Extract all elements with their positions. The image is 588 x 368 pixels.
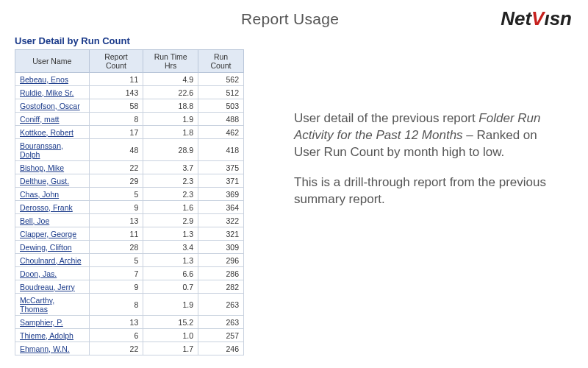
cell-report-count: 11: [89, 227, 143, 241]
user-link[interactable]: Thieme, Adolph: [20, 331, 74, 340]
table-row: Clapper, George111.3321: [15, 227, 244, 241]
table-row: Ruldie, Mike Sr.14322.6512: [15, 86, 244, 99]
cell-user-name: Bell, Joe: [15, 214, 90, 227]
cell-report-count: 58: [89, 99, 143, 113]
cell-run-time: 1.7: [143, 342, 198, 355]
cell-report-count: 9: [89, 280, 143, 294]
user-link[interactable]: Doon, Jas.: [20, 269, 57, 278]
table-row: McCarthy, Thomas81.9263: [15, 294, 244, 316]
cell-user-name: Derosso, Frank: [15, 201, 90, 214]
cell-run-time: 1.3: [143, 254, 198, 267]
user-link[interactable]: Boudreau, Jerry: [20, 283, 75, 291]
cell-run-count: 488: [198, 113, 244, 126]
cell-report-count: 143: [89, 86, 143, 99]
cell-run-count: 364: [198, 201, 244, 214]
cell-run-count: 371: [198, 174, 244, 188]
table-row: Bell, Joe132.9322: [15, 214, 244, 227]
cell-run-time: 2.3: [143, 174, 198, 188]
cell-run-time: 28.9: [143, 139, 198, 161]
user-link[interactable]: Bell, Joe: [20, 216, 49, 225]
user-detail-table: User Name Report Count Run Time Hrs Run …: [15, 49, 244, 355]
cell-run-count: 263: [198, 294, 244, 316]
user-link[interactable]: Bebeau, Enos: [20, 75, 68, 84]
cell-run-count: 418: [198, 139, 244, 161]
cell-user-name: Bishop, Mike: [15, 161, 90, 174]
table-row: Kottkoe, Robert171.8462: [15, 126, 244, 139]
user-link[interactable]: Clapper, George: [20, 230, 76, 238]
table-row: Thieme, Adolph61.0257: [15, 329, 244, 342]
desc-p1-prefix: User detail of the previous report: [294, 111, 478, 125]
user-link[interactable]: Dewing, Clifton: [20, 243, 72, 252]
report-panel: User Detail by Run Count User Name Repor…: [15, 35, 250, 355]
cell-run-time: 22.6: [143, 86, 198, 99]
user-link[interactable]: Ruldie, Mike Sr.: [20, 88, 74, 97]
table-row: Delthue, Gust.292.3371: [15, 174, 244, 188]
cell-run-count: 286: [198, 267, 244, 280]
cell-run-time: 1.3: [143, 227, 198, 241]
user-link[interactable]: Samphier, P.: [20, 318, 63, 327]
cell-run-time: 1.0: [143, 329, 198, 342]
cell-run-time: 1.9: [143, 294, 198, 316]
cell-user-name: Samphier, P.: [15, 316, 90, 329]
cell-run-time: 1.6: [143, 201, 198, 214]
table-row: Gostofson, Oscar5818.8503: [15, 99, 244, 113]
table-row: Samphier, P.1315.2263: [15, 316, 244, 329]
cell-run-time: 6.6: [143, 267, 198, 280]
user-link[interactable]: Derosso, Frank: [20, 203, 73, 212]
cell-run-count: 263: [198, 316, 244, 329]
user-link[interactable]: McCarthy, Thomas: [20, 296, 54, 314]
cell-user-name: Delthue, Gust.: [15, 174, 90, 188]
logo: NetVısn: [501, 7, 572, 30]
cell-run-count: 246: [198, 342, 244, 355]
cell-report-count: 5: [89, 188, 143, 201]
cell-user-name: Doon, Jas.: [15, 267, 90, 280]
cell-user-name: Choulnard, Archie: [15, 254, 90, 267]
cell-run-time: 1.8: [143, 126, 198, 139]
cell-run-time: 18.8: [143, 99, 198, 113]
table-row: Doon, Jas.76.6286: [15, 267, 244, 280]
cell-report-count: 9: [89, 201, 143, 214]
cell-run-time: 2.3: [143, 188, 198, 201]
user-link[interactable]: Coniff, matt: [20, 115, 60, 124]
cell-run-count: 322: [198, 214, 244, 227]
cell-run-time: 1.9: [143, 113, 198, 126]
cell-run-count: 257: [198, 329, 244, 342]
table-row: Ehmann, W.N.221.7246: [15, 342, 244, 355]
user-link[interactable]: Ehmann, W.N.: [20, 344, 70, 353]
user-link[interactable]: Bouranssan, Dolph: [20, 141, 63, 159]
cell-report-count: 11: [89, 73, 143, 86]
user-link[interactable]: Chas, John: [20, 190, 59, 199]
cell-run-time: 2.9: [143, 214, 198, 227]
cell-report-count: 13: [89, 214, 143, 227]
cell-run-count: 462: [198, 126, 244, 139]
logo-part3: ısn: [544, 7, 572, 29]
cell-run-time: 4.9: [143, 73, 198, 86]
col-report-count: Report Count: [89, 50, 143, 73]
user-link[interactable]: Delthue, Gust.: [20, 177, 69, 185]
cell-user-name: Dewing, Clifton: [15, 241, 90, 254]
user-link[interactable]: Kottkoe, Robert: [20, 128, 74, 137]
table-row: Coniff, matt81.9488: [15, 113, 244, 126]
cell-user-name: Chas, John: [15, 188, 90, 201]
cell-user-name: Kottkoe, Robert: [15, 126, 90, 139]
table-row: Bebeau, Enos114.9562: [15, 73, 244, 86]
cell-user-name: Boudreau, Jerry: [15, 280, 90, 294]
cell-report-count: 22: [89, 161, 143, 174]
cell-run-time: 15.2: [143, 316, 198, 329]
table-row: Derosso, Frank91.6364: [15, 201, 244, 214]
user-link[interactable]: Gostofson, Oscar: [20, 102, 80, 110]
cell-report-count: 8: [89, 113, 143, 126]
cell-report-count: 48: [89, 139, 143, 161]
cell-run-time: 3.7: [143, 161, 198, 174]
description-p1: User detail of the previous report Folde…: [294, 110, 559, 161]
cell-user-name: Ruldie, Mike Sr.: [15, 86, 90, 99]
logo-part1: Net: [501, 7, 531, 29]
cell-report-count: 22: [89, 342, 143, 355]
cell-user-name: Clapper, George: [15, 227, 90, 241]
cell-user-name: Ehmann, W.N.: [15, 342, 90, 355]
user-link[interactable]: Choulnard, Archie: [20, 256, 81, 265]
user-link[interactable]: Bishop, Mike: [20, 163, 64, 172]
table-row: Chas, John52.3369: [15, 188, 244, 201]
col-run-time: Run Time Hrs: [143, 50, 198, 73]
col-user-name: User Name: [15, 50, 90, 73]
